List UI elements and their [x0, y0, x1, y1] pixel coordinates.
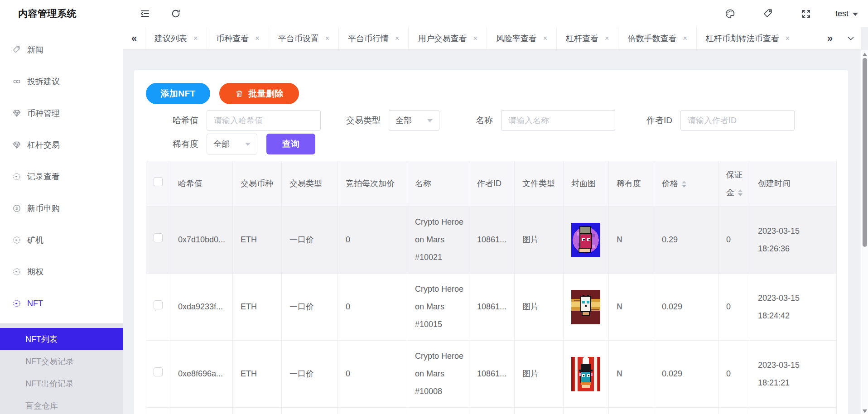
tab-suggestion-list[interactable]: 建议列表 ×	[145, 27, 207, 50]
sidebar-item-options[interactable]: 期权	[0, 256, 123, 288]
row-checkbox[interactable]	[154, 367, 163, 376]
close-icon[interactable]: ×	[605, 34, 609, 43]
tab-user-trades[interactable]: 用户交易查看 ×	[408, 27, 486, 50]
fullscreen-icon[interactable]	[797, 5, 815, 23]
nft-submenu: NFT列表 NFT交易记录 NFT出价记录 盲盒仓库	[0, 323, 123, 414]
nft-cover-image[interactable]	[571, 223, 600, 257]
cell-price: 0.029	[654, 274, 719, 341]
toolbar: 添加NFT 批量删除	[146, 83, 836, 104]
tab-platform-coin-quotes[interactable]: 平台币行情 ×	[338, 27, 408, 50]
col-coin: 交易币种	[233, 161, 282, 207]
main-content: 添加NFT 批量删除 哈希值 交易类型 全部 名称 作者ID 稀有度	[123, 50, 861, 414]
dashed-circle-icon	[12, 236, 21, 245]
submenu-item-nft-bid-records[interactable]: NFT出价记录	[0, 372, 123, 395]
author-id-input[interactable]	[680, 110, 795, 131]
trade-type-select[interactable]: 全部	[389, 110, 439, 131]
dashed-circle-icon	[12, 267, 21, 276]
cell-hash: 0xe8f696a...	[170, 341, 233, 408]
sidebar-item-nft[interactable]: NFT	[0, 288, 123, 319]
table-row: 0x7d10bd0... ETH 一口价 0 Crypto Heroe on M…	[146, 207, 837, 274]
submenu-item-label: NFT交易记录	[25, 356, 74, 367]
submenu-item-blind-box-warehouse[interactable]: 盲盒仓库	[0, 395, 123, 414]
sidebar-item-news[interactable]: 新闻	[0, 34, 123, 66]
close-icon[interactable]: ×	[786, 34, 790, 43]
sidebar-item-label: 新币申购	[27, 203, 60, 214]
sidebar-item-label: 期权	[27, 266, 43, 277]
col-price: 价格	[654, 161, 719, 207]
nft-cover-image[interactable]	[571, 290, 600, 324]
row-checkbox[interactable]	[154, 300, 163, 309]
tab-coin-view[interactable]: 币种查看 ×	[207, 27, 268, 50]
sidebar-item-new-coin[interactable]: $ 新币申购	[0, 193, 123, 224]
sidebar-item-label: 币种管理	[27, 108, 60, 119]
tag-icon[interactable]	[759, 5, 777, 23]
sidebar-item-label: 投拆建议	[27, 76, 60, 87]
sidebar-item-clipped[interactable]: 管理	[0, 27, 123, 34]
sort-icon[interactable]	[738, 189, 743, 196]
close-icon[interactable]: ×	[543, 34, 547, 43]
tab-leverage-view[interactable]: 杠杆查看 ×	[556, 27, 618, 50]
menu-fold-icon[interactable]	[136, 5, 154, 23]
sort-icon[interactable]	[682, 181, 686, 188]
header-actions: test	[721, 5, 868, 23]
tab-label: 平台币行情	[348, 33, 389, 44]
bulk-delete-button[interactable]: 批量删除	[219, 83, 299, 104]
refresh-icon[interactable]	[167, 5, 185, 23]
nft-cover-image[interactable]	[571, 357, 600, 391]
hash-label: 哈希值	[146, 115, 198, 126]
dashed-circle-icon	[12, 172, 21, 181]
scroll-down-arrow-icon[interactable]	[863, 409, 867, 413]
close-icon[interactable]: ×	[193, 34, 198, 43]
tabs-scroll-left-icon[interactable]: «	[123, 33, 145, 44]
top-header: 内容管理系统	[0, 0, 868, 27]
tab-risk-rate[interactable]: 风险率查看 ×	[487, 27, 556, 50]
cell-hash: 0xda9233f...	[170, 274, 233, 341]
sidebar-item-records[interactable]: 记录查看	[0, 161, 123, 193]
theme-palette-icon[interactable]	[721, 5, 739, 23]
gem-icon	[12, 109, 21, 118]
col-hash: 哈希值	[170, 161, 233, 207]
chevron-down-icon[interactable]	[841, 34, 861, 43]
hash-input[interactable]	[207, 110, 321, 131]
nft-list-card: 添加NFT 批量删除 哈希值 交易类型 全部 名称 作者ID 稀有度	[134, 70, 848, 414]
sidebar-item-coin-management[interactable]: 币种管理	[0, 97, 123, 129]
rarity-select[interactable]: 全部	[207, 134, 257, 154]
row-checkbox[interactable]	[154, 233, 163, 242]
add-nft-button[interactable]: 添加NFT	[146, 83, 210, 104]
col-rarity: 稀有度	[609, 161, 654, 207]
name-input[interactable]	[501, 110, 615, 131]
user-menu[interactable]: test	[835, 9, 858, 19]
tab-label: 用户交易查看	[418, 33, 467, 44]
sidebar-item-miner[interactable]: 矿机	[0, 224, 123, 256]
username: test	[835, 9, 849, 19]
tabs-scroll-right-icon[interactable]: »	[819, 33, 841, 44]
close-icon[interactable]: ×	[325, 34, 329, 43]
search-button[interactable]: 查询	[266, 134, 315, 154]
cell-name: Crypto Heroe on Mars #10021	[407, 207, 469, 274]
tab-leverage-fiat-transfer[interactable]: 杠杆币划转法币查看 ×	[696, 27, 799, 50]
scrollbar-thumb[interactable]	[863, 58, 867, 247]
tab-label: 风险率查看	[496, 33, 537, 44]
nft-table: 哈希值 交易币种 交易类型 竞拍每次加价 名称 作者ID 文件类型 封面图 稀有…	[146, 161, 837, 414]
dashed-circle-icon	[12, 299, 21, 308]
close-icon[interactable]: ×	[395, 34, 399, 43]
submenu-item-nft-trade-records[interactable]: NFT交易记录	[0, 350, 123, 372]
col-author-id: 作者ID	[469, 161, 515, 207]
col-cover: 封面图	[564, 161, 609, 207]
cell-name: Crypto Heroe on Mars #10015	[407, 274, 469, 341]
sidebar-item-suggestions[interactable]: 投拆建议	[0, 66, 123, 97]
cell-hash: 0x7d10bd0...	[170, 207, 233, 274]
close-icon[interactable]: ×	[683, 34, 687, 43]
submenu-item-nft-list[interactable]: NFT列表	[0, 328, 123, 350]
tab-multiplier-lots[interactable]: 倍数手数查看 ×	[618, 27, 696, 50]
close-icon[interactable]: ×	[255, 34, 259, 43]
close-icon[interactable]: ×	[473, 34, 477, 43]
col-trade-type: 交易类型	[282, 161, 338, 207]
scroll-up-arrow-icon[interactable]	[863, 53, 867, 56]
tab-platform-coin-settings[interactable]: 平台币设置 ×	[269, 27, 338, 50]
tab-label: 建议列表	[154, 33, 187, 44]
sidebar-item-leverage-trade[interactable]: 杠杆交易	[0, 129, 123, 161]
cell-coin: ETH	[233, 274, 282, 341]
select-all-checkbox[interactable]	[154, 177, 163, 186]
app-title: 内容管理系统	[0, 7, 123, 20]
